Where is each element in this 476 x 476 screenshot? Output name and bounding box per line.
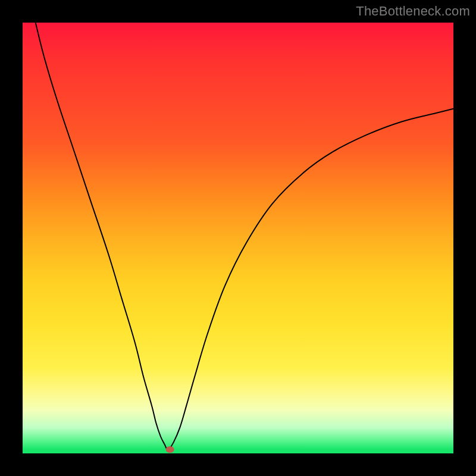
plot-area — [23, 23, 453, 453]
curve-layer — [23, 23, 453, 453]
bottleneck-curve — [36, 23, 453, 450]
minimum-marker — [166, 446, 174, 453]
chart-frame: TheBottleneck.com — [0, 0, 476, 476]
watermark-text: TheBottleneck.com — [356, 4, 470, 19]
